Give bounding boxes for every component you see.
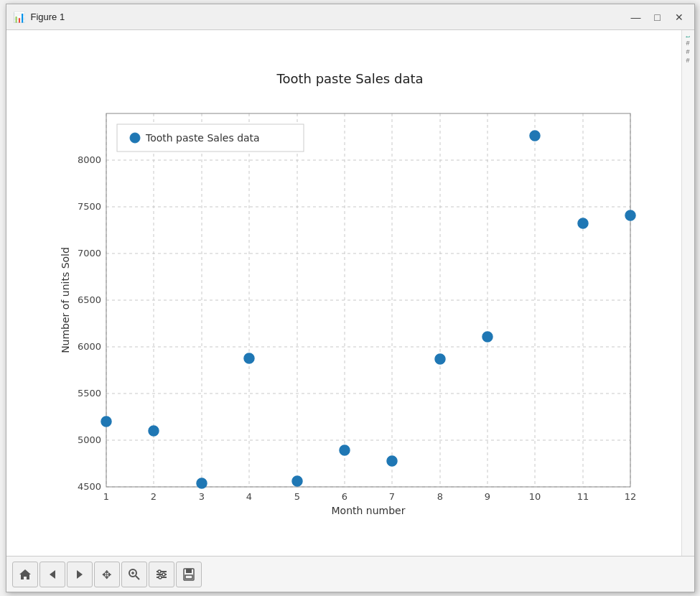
svg-text:2: 2 xyxy=(150,491,156,502)
svg-text:11: 11 xyxy=(577,491,589,502)
toolbar: ✥ xyxy=(6,556,694,592)
data-point-8 xyxy=(435,354,445,364)
svg-text:6000: 6000 xyxy=(77,341,101,352)
move-icon: ✥ xyxy=(100,567,114,582)
data-point-3 xyxy=(197,478,207,488)
svg-marker-45 xyxy=(50,570,55,579)
chart-container: text { font-family: 'DejaVu Sans', Arial… xyxy=(56,92,645,523)
minimize-button[interactable]: — xyxy=(627,9,645,25)
maximize-button[interactable]: □ xyxy=(648,9,667,25)
settings-icon xyxy=(154,567,169,582)
data-point-7 xyxy=(387,456,397,466)
side-hash2: # xyxy=(686,48,689,55)
data-point-6 xyxy=(340,445,350,455)
svg-text:10: 10 xyxy=(528,491,541,502)
window-title: Figure 1 xyxy=(31,11,627,22)
legend-label: Tooth paste Sales data xyxy=(145,132,260,144)
svg-text:5000: 5000 xyxy=(77,434,101,445)
svg-text:6500: 6500 xyxy=(77,294,101,305)
side-panel: t # # # xyxy=(681,30,694,556)
svg-rect-60 xyxy=(185,575,192,579)
data-point-5 xyxy=(292,476,302,486)
save-icon xyxy=(182,567,196,582)
zoom-icon xyxy=(127,567,141,582)
svg-point-56 xyxy=(162,573,165,576)
svg-text:6: 6 xyxy=(341,491,347,502)
svg-text:7000: 7000 xyxy=(77,248,101,259)
svg-text:9: 9 xyxy=(484,491,490,502)
svg-text:8: 8 xyxy=(437,491,442,502)
data-point-4 xyxy=(244,353,254,363)
svg-marker-44 xyxy=(19,569,31,579)
side-hash3: # xyxy=(686,57,689,64)
data-point-11 xyxy=(578,218,588,228)
svg-text:1: 1 xyxy=(103,491,108,502)
forward-icon xyxy=(73,567,87,582)
chart-title: Tooth paste Sales data xyxy=(276,71,423,86)
svg-text:12: 12 xyxy=(624,491,636,502)
data-point-10 xyxy=(530,131,540,141)
settings-button[interactable] xyxy=(149,562,174,587)
title-bar: 📊 Figure 1 — □ ✕ xyxy=(6,4,694,30)
chart-area: Tooth paste Sales data text { font-famil… xyxy=(6,30,694,556)
data-point-2 xyxy=(149,426,159,436)
svg-marker-46 xyxy=(77,570,83,579)
svg-text:4: 4 xyxy=(246,491,251,502)
svg-rect-20 xyxy=(106,113,630,487)
svg-point-55 xyxy=(158,570,161,573)
close-button[interactable]: ✕ xyxy=(670,9,689,25)
home-icon xyxy=(18,567,32,582)
svg-text:Number of units Sold: Number of units Sold xyxy=(60,247,71,353)
svg-rect-59 xyxy=(186,569,192,573)
forward-button[interactable] xyxy=(67,562,93,587)
data-point-1 xyxy=(101,416,111,427)
svg-text:✥: ✥ xyxy=(102,568,111,582)
svg-text:7: 7 xyxy=(388,491,394,502)
side-hash1: # xyxy=(686,39,689,47)
svg-text:5: 5 xyxy=(294,491,299,502)
data-point-9 xyxy=(482,332,493,342)
figure-window: 📊 Figure 1 — □ ✕ Tooth paste Sales data … xyxy=(6,4,695,592)
svg-text:5500: 5500 xyxy=(77,388,101,399)
svg-text:4500: 4500 xyxy=(77,481,101,492)
svg-line-49 xyxy=(136,576,139,579)
legend-dot xyxy=(130,133,140,143)
back-button[interactable] xyxy=(39,562,65,587)
save-button[interactable] xyxy=(176,562,202,587)
back-icon xyxy=(45,567,60,582)
window-controls: — □ ✕ xyxy=(627,9,689,25)
home-button[interactable] xyxy=(12,562,38,587)
zoom-button[interactable] xyxy=(121,562,147,587)
svg-text:7500: 7500 xyxy=(77,201,101,212)
svg-text:Month number: Month number xyxy=(331,505,405,516)
side-label: t xyxy=(684,36,691,38)
scatter-chart: text { font-family: 'DejaVu Sans', Arial… xyxy=(56,92,645,523)
move-button[interactable]: ✥ xyxy=(94,562,120,587)
svg-text:8000: 8000 xyxy=(77,154,101,165)
svg-text:3: 3 xyxy=(198,491,204,502)
data-point-12 xyxy=(625,210,635,220)
window-icon: 📊 xyxy=(12,10,27,24)
svg-point-57 xyxy=(159,576,162,579)
